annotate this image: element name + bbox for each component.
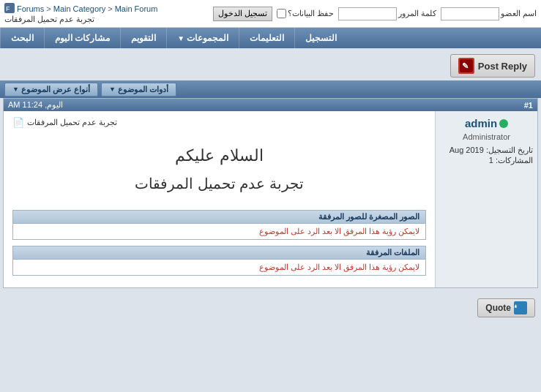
username-group: اسم العضو bbox=[441, 7, 537, 20]
groups-label: المجموعات bbox=[187, 33, 228, 43]
files-section: الملفات المرفقة لايمكن رؤية هذا المرفق ا… bbox=[12, 246, 426, 276]
remember-label: حفظ البيانات؟ bbox=[288, 9, 334, 18]
online-indicator bbox=[499, 119, 508, 128]
nav-groups[interactable]: المجموعات ▼ bbox=[166, 28, 239, 48]
join-date-value: Aug 2019 bbox=[449, 146, 484, 154]
post-topic-line: تجربة عدم تحميل المرفقات 📄 bbox=[12, 117, 426, 128]
top-bar: اسم العضو كلمة المرور حفظ البيانات؟ تسجي… bbox=[0, 0, 541, 28]
breadcrumb-sep1: > bbox=[46, 4, 51, 13]
posts-count: 1 bbox=[489, 156, 493, 165]
files-no-perm: لايمكن رؤية هذا المرفق الا بعد الرد على … bbox=[13, 260, 425, 275]
nav-tutorials[interactable]: التعليمات bbox=[239, 28, 294, 48]
svg-text:F: F bbox=[6, 5, 10, 12]
posts-container: #1 اليوم, 11:24 AM admin Administrator ت… bbox=[0, 98, 541, 295]
password-input[interactable] bbox=[338, 7, 397, 20]
thumbnails-section: الصور المصغرة للصور المرفقة لايمكن رؤية … bbox=[12, 210, 426, 240]
display-modes-arrow: ▼ bbox=[12, 86, 19, 93]
username-label: اسم العضو bbox=[501, 9, 537, 18]
password-label: كلمة المرور bbox=[398, 9, 436, 18]
topic-text: تجربة عدم تحميل المرفقات bbox=[27, 118, 117, 127]
quote-button[interactable]: ❝ Quote bbox=[477, 298, 535, 317]
post-message: السلام عليكم تجربة عدم تحميل المرفقات bbox=[12, 134, 426, 204]
reply-icon: ✎ bbox=[458, 58, 474, 74]
page-icon: 📄 bbox=[12, 117, 24, 128]
message-line1: السلام عليكم bbox=[12, 141, 426, 170]
nav-calendar[interactable]: التقويم bbox=[120, 28, 166, 48]
message-line2: تجربة عدم تحميل المرفقات bbox=[12, 170, 426, 197]
posts-label: المشاركات: bbox=[496, 156, 533, 165]
breadcrumb-sep2: > bbox=[108, 4, 112, 13]
post-reply-label: Post Reply bbox=[478, 61, 527, 72]
forum-icon: F bbox=[4, 3, 15, 15]
post-1: #1 اليوم, 11:24 AM admin Administrator ت… bbox=[3, 98, 538, 288]
post-reply-button[interactable]: ✎ Post Reply bbox=[450, 54, 535, 78]
thumbnails-header: الصور المصغرة للصور المرفقة bbox=[13, 211, 425, 224]
post-number: #1 bbox=[524, 101, 533, 110]
files-header: الملفات المرفقة bbox=[13, 246, 425, 260]
thread-tools-arrow: ▼ bbox=[109, 86, 116, 93]
username-link[interactable]: admin bbox=[465, 117, 497, 129]
post-reply-area: ✎ Post Reply bbox=[0, 48, 541, 80]
quote-icon: ❝ bbox=[514, 301, 527, 314]
nav-search[interactable]: البحث bbox=[0, 28, 44, 48]
breadcrumb-forums[interactable]: Forums bbox=[17, 4, 44, 13]
password-group: كلمة المرور bbox=[338, 7, 436, 20]
thread-title-breadcrumb: تجربة عدم تحميل المرفقات bbox=[4, 15, 94, 24]
login-button[interactable]: تسجيل الدخول bbox=[213, 7, 272, 21]
svg-text:❝: ❝ bbox=[515, 304, 517, 312]
post-body: admin Administrator تاريخ التسجيل: Aug 2… bbox=[4, 111, 537, 287]
post-content: تجربة عدم تحميل المرفقات 📄 السلام عليكم … bbox=[4, 111, 435, 287]
display-modes-label: أنواع عرض الموضوع bbox=[21, 85, 90, 94]
display-modes-button[interactable]: أنواع عرض الموضوع ▼ bbox=[4, 83, 98, 97]
quote-area: ❝ Quote bbox=[0, 295, 541, 323]
post-time: اليوم, 11:24 AM bbox=[8, 100, 63, 110]
breadcrumb: F Forums > Main Category > Main Forum bbox=[4, 3, 157, 15]
breadcrumb-main-category[interactable]: Main Category bbox=[53, 4, 106, 13]
remember-checkbox[interactable] bbox=[277, 9, 286, 18]
username-input[interactable] bbox=[441, 7, 499, 20]
remember-group: حفظ البيانات؟ bbox=[277, 9, 334, 18]
join-date-label: تاريخ التسجيل: bbox=[486, 146, 533, 154]
svg-text:✎: ✎ bbox=[462, 61, 469, 70]
user-meta: تاريخ التسجيل: Aug 2019 المشاركات: 1 bbox=[440, 146, 533, 166]
login-form: اسم العضو كلمة المرور حفظ البيانات؟ تسجي… bbox=[213, 7, 537, 21]
post-header: #1 اليوم, 11:24 AM bbox=[4, 99, 537, 111]
groups-arrow: ▼ bbox=[177, 34, 184, 42]
join-date-line: تاريخ التسجيل: Aug 2019 bbox=[440, 146, 533, 155]
thread-tools-button[interactable]: أدوات الموضوع ▼ bbox=[101, 83, 176, 97]
user-info: admin Administrator تاريخ التسجيل: Aug 2… bbox=[435, 111, 537, 287]
breadcrumb-main-forum[interactable]: Main Forum bbox=[115, 4, 158, 13]
thumbnails-no-perm: لايمكن رؤية هذا المرفق الا بعد الرد على … bbox=[13, 224, 425, 239]
nav-bar: البحث مشاركات اليوم التقويم المجموعات ▼ … bbox=[0, 28, 541, 48]
nav-register[interactable]: التسجيل bbox=[294, 28, 347, 48]
breadcrumb-area: F Forums > Main Category > Main Forum تج… bbox=[4, 3, 157, 24]
thread-tools-bar: أدوات الموضوع ▼ أنواع عرض الموضوع ▼ bbox=[0, 80, 541, 98]
quote-label: Quote bbox=[485, 303, 511, 313]
thread-tools-label: أدوات الموضوع bbox=[118, 85, 168, 94]
nav-todays-posts[interactable]: مشاركات اليوم bbox=[44, 28, 120, 48]
user-role: Administrator bbox=[463, 132, 510, 141]
posts-line: المشاركات: 1 bbox=[440, 156, 533, 165]
